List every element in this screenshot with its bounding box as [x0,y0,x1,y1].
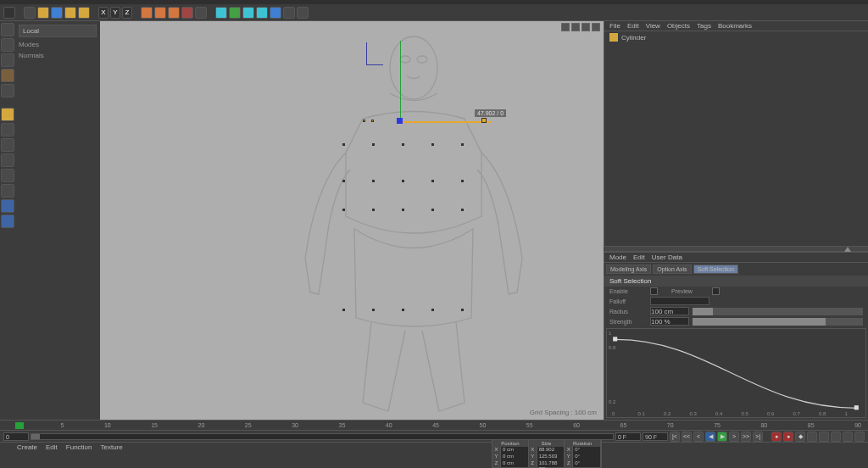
key-position-button[interactable] [807,432,817,442]
radius-input[interactable]: 100 cm [650,307,689,315]
next-key-button[interactable]: >> [741,432,751,442]
generator-button[interactable] [242,7,254,19]
animation-mode-button[interactable] [1,184,14,198]
attr-menu-edit[interactable]: Edit [633,254,645,261]
timeline-ruler[interactable]: 051015202530354045505560657075808590 [0,420,868,430]
record-key-button[interactable]: ● [771,432,782,442]
radius-slider[interactable] [693,308,863,315]
attr-tab-soft-selection[interactable]: Soft Selection [693,265,738,274]
undo-button[interactable] [3,7,15,19]
autokey-button[interactable]: ● [783,432,793,442]
coord-size-field[interactable]: 101.788 cm [537,460,565,467]
goto-start-button[interactable]: |< [670,432,680,442]
coord-size-field[interactable]: 125.503 cm [537,454,565,460]
edit-render-button[interactable] [195,7,207,19]
vertex-point[interactable] [461,309,464,311]
coord-position-field[interactable]: 0 cm [501,460,529,467]
render-region-button[interactable] [154,7,166,19]
om-menu-view[interactable]: View [646,22,660,30]
vertex-point[interactable] [431,143,434,146]
key-scale-button[interactable] [819,432,829,442]
axis-x-toggle[interactable]: X [98,7,108,19]
vertex-point[interactable] [372,143,375,146]
vertex-point[interactable] [342,209,345,211]
axis-z-toggle[interactable]: Z [122,7,132,19]
mm-menu-texture[interactable]: Texture [101,443,123,451]
render-settings-button[interactable] [168,7,180,19]
deformer-button[interactable] [256,7,268,19]
key-param-button[interactable] [854,432,865,442]
gizmo-y-axis[interactable] [400,41,401,121]
make-editable-button[interactable] [1,23,14,36]
prev-frame-button[interactable]: < [693,432,704,442]
vertex-point[interactable] [431,309,434,311]
om-menu-edit[interactable]: Edit [627,22,639,30]
gizmo-center-handle[interactable] [397,118,403,124]
vertex-point[interactable] [402,180,404,182]
frame-end-field[interactable]: 90 F [643,432,668,441]
render-button[interactable] [141,7,153,19]
camera-button[interactable] [283,7,295,19]
object-mode-button[interactable] [1,53,14,67]
preview-checkbox[interactable] [712,287,720,295]
enable-checkbox[interactable] [650,287,658,295]
vertex-point[interactable] [342,180,345,182]
attr-tab-modeling-axis[interactable]: Modeling Axis [606,265,651,274]
move-tool[interactable] [24,7,36,19]
left-panel-tab[interactable]: Local [19,25,97,37]
point-mode-button[interactable] [1,108,14,121]
panel-divider[interactable] [604,246,868,253]
gizmo-x-handle[interactable] [481,118,487,123]
coord-position-field[interactable]: 0 cm [501,454,529,460]
scale-tool[interactable] [64,7,76,19]
vertex-point[interactable] [431,180,434,182]
viewport-solo-button[interactable] [1,199,14,213]
falloff-graph[interactable]: 1 0.8 0.2 0 0.1 0.2 0.3 0.4 0.5 0.6 0.7 … [606,328,866,418]
vertex-point[interactable] [342,309,345,311]
edge-mode-button[interactable] [1,123,14,136]
key-options-button[interactable]: ◆ [795,432,805,442]
vertex-point[interactable] [461,209,464,211]
coord-rotation-field[interactable]: 0° [573,460,601,467]
light-button[interactable] [297,7,309,19]
vp-zoom-icon[interactable] [571,23,580,31]
mm-menu-edit[interactable]: Edit [46,443,58,451]
vertex-point[interactable] [461,143,464,146]
recent-tool[interactable] [78,7,90,19]
play-button[interactable]: ▶ [717,432,727,442]
key-rotation-button[interactable] [831,432,841,442]
viewport[interactable]: 47.902 / 0 Grid Spacing : 100 cm [100,21,604,420]
strength-input[interactable]: 100 % [650,317,689,326]
coord-rotation-field[interactable]: 0° [573,447,601,454]
selection-tool[interactable] [37,7,49,19]
vp-pan-icon[interactable] [561,23,570,31]
axis-y-toggle[interactable]: Y [110,7,120,19]
vertex-point[interactable] [402,309,404,311]
vertex-point[interactable] [372,309,375,311]
uv-poly-mode-button[interactable] [1,169,14,182]
falloff-dropdown[interactable] [650,297,709,305]
next-frame-button[interactable]: > [729,432,739,442]
key-pla-button[interactable] [843,432,853,442]
goto-end-button[interactable]: >| [753,432,763,442]
vertex-point[interactable] [342,143,345,146]
om-menu-objects[interactable]: Objects [667,22,690,30]
mm-menu-function[interactable]: Function [66,443,92,451]
coord-rotation-field[interactable]: 0° [573,454,601,460]
vertex-point[interactable] [461,180,464,182]
record-button[interactable] [181,7,193,19]
prev-key-button[interactable]: << [682,432,692,442]
mm-menu-create[interactable]: Create [17,443,37,451]
attr-tab-option-axis[interactable]: Option Axis [653,265,691,274]
om-menu-bookmarks[interactable]: Bookmarks [718,22,752,30]
polygon-mode-button[interactable] [1,138,14,152]
om-menu-tags[interactable]: Tags [697,22,711,30]
attr-menu-mode[interactable]: Mode [609,254,626,261]
vertex-point[interactable] [402,143,404,146]
play-back-button[interactable]: ◀ [705,432,715,442]
attr-menu-userdata[interactable]: User Data [652,254,682,261]
spline-button[interactable] [229,7,241,19]
primitive-button[interactable] [215,7,227,19]
frame-start-field[interactable]: 0 [3,432,29,441]
timeline-playhead[interactable] [15,422,24,429]
